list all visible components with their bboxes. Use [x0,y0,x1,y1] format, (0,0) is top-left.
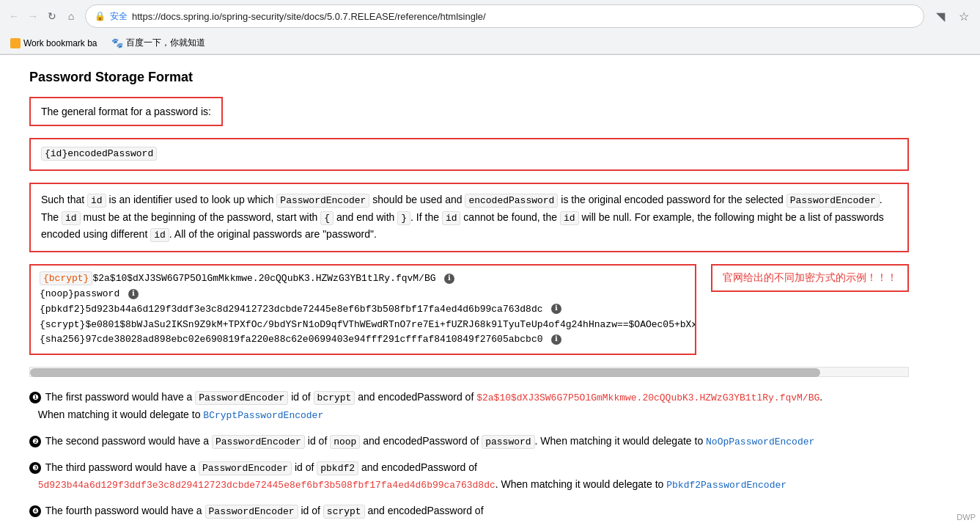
password-encoder-code-1: PasswordEncoder [276,194,369,208]
horizontal-scrollbar[interactable] [29,367,909,377]
close-brace-code: } [397,211,410,225]
bookmark-work-label: Work bookmark ba [23,38,97,48]
lock-icon: 🔒 [95,11,106,21]
bookmark-baidu[interactable]: 🐾 百度一下，你就知道 [107,35,210,51]
info-icon-5: ℹ [551,334,561,345]
scrollbar-thumb[interactable] [30,368,820,377]
toolbar-icons: ◥ ☆ [930,6,974,26]
bcrypt-encoded-pw: $2a$10$dXJ3SW6G7P5OlGmMkkmwe.20cQQubK3.H… [476,392,819,403]
description-text: Such that id is an identifier used to lo… [41,191,897,244]
id-code-3: id [442,211,461,225]
work-bookmark-icon [10,38,21,48]
info-icon-3: ℹ [551,304,561,314]
circle-num-2: ❷ [29,436,41,447]
bookmark-baidu-label: 百度一下，你就知道 [126,37,205,49]
page-info-footer: DWP [952,511,980,523]
address-bar[interactable]: 🔒 安全 https://docs.spring.io/spring-secur… [85,4,924,28]
forward-button[interactable]: → [25,8,41,24]
bookmark-button[interactable]: ☆ [954,6,974,26]
example-line-5: {sha256}97cde38028ad898ebc02e690819fa220… [40,332,686,348]
back-button[interactable]: ← [6,8,22,24]
pe-code-3: PasswordEncoder [199,461,292,475]
id-code-4: id [560,211,579,225]
format-label-text: The general format for a password is: [41,106,211,117]
examples-container: {bcrypt}$2a$10$dXJ3SW6G7P5OlGmMkkmwe.20c… [29,264,909,355]
open-brace-code: { [320,211,334,225]
code-format-box: {id}encodedPassword [29,138,909,171]
baidu-icon: 🐾 [111,37,123,48]
bcrypt-delegate: BCryptPasswordEncoder [203,410,323,421]
cast-button[interactable]: ◥ [930,6,951,26]
bcrypt-id: bcrypt [314,391,355,405]
example-line-1: {bcrypt}$2a$10$dXJ3SW6G7P5OlGmMkkmwe.20c… [40,271,686,287]
noop-id: noop [330,435,360,449]
browser-toolbar: ← → ↻ ⌂ 🔒 安全 https://docs.spring.io/spri… [0,0,980,32]
refresh-button[interactable]: ↻ [44,8,60,24]
pe-code-1: PasswordEncoder [195,391,288,405]
code-examples-box: {bcrypt}$2a$10$dXJ3SW6G7P5OlGmMkkmwe.20c… [29,264,696,355]
example-line-4: {scrypt}$e0801$8bWJaSu2IKSn9Z9kM+TPXfOc/… [40,318,686,333]
noop-encoded-pw: password [482,435,534,449]
info-icon-1: ℹ [444,274,454,284]
info-icon-2: ℹ [128,289,139,299]
bookmark-work[interactable]: Work bookmark ba [6,37,101,50]
code-format-text: {id}encodedPassword [41,147,157,161]
pbkdf2-encoded-pw: 5d923b44a6d129f3ddf3e3c8d29412723dcbde72… [38,480,495,491]
id-code-5: id [150,228,169,242]
pe-code-4: PasswordEncoder [205,505,298,519]
security-text: 安全 [110,10,128,23]
nav-buttons: ← → ↻ ⌂ [6,8,79,24]
description-box: Such that id is an identifier used to lo… [29,183,909,252]
browser-chrome: ← → ↻ ⌂ 🔒 安全 https://docs.spring.io/spri… [0,0,980,55]
desc-para-1: ❶ The first password would have a Passwo… [29,389,909,424]
encoded-password-code: encodedPassword [465,194,558,208]
desc-para-4: ❹ The fourth password would have a Passw… [29,502,909,523]
circle-num-3: ❸ [29,462,41,474]
id-code-2: id [62,211,81,225]
page-content: Password Storage Format The general form… [0,55,938,523]
chinese-annotation: 官网给出的不同加密方式的示例！！！ [711,264,909,292]
example-line-2: {noop}password ℹ [40,287,686,302]
page-title: Password Storage Format [29,70,909,85]
id-code-1: id [87,194,106,208]
bcrypt-prefix: {bcrypt} [40,271,92,285]
pbkdf2-delegate: Pbkdf2PasswordEncoder [666,480,786,491]
pbkdf2-id: pbkdf2 [317,461,358,475]
format-label-box: The general format for a password is: [29,97,223,126]
noop-delegate: NoOpPasswordEncoder [706,436,814,447]
code-format-code: {id}encodedPassword [41,147,157,161]
password-encoder-code-2: PasswordEncoder [786,194,880,208]
url-text: https://docs.spring.io/spring-security/s… [132,11,915,22]
circle-num-1: ❶ [29,392,41,403]
desc-para-2: ❷ The second password would have a Passw… [29,433,909,450]
example-line-3: {pbkdf2}5d923b44a6d129f3ddf3e3c8d2941272… [40,302,686,318]
circle-num-4: ❹ [29,505,41,517]
chinese-annotation-text: 官网给出的不同加密方式的示例！！！ [723,271,897,283]
bookmarks-bar: Work bookmark ba 🐾 百度一下，你就知道 [0,32,980,54]
pe-code-2: PasswordEncoder [212,435,305,449]
desc-para-3: ❸ The third password would have a Passwo… [29,459,909,494]
scrypt-id: scrypt [323,505,365,519]
home-button[interactable]: ⌂ [63,8,79,24]
